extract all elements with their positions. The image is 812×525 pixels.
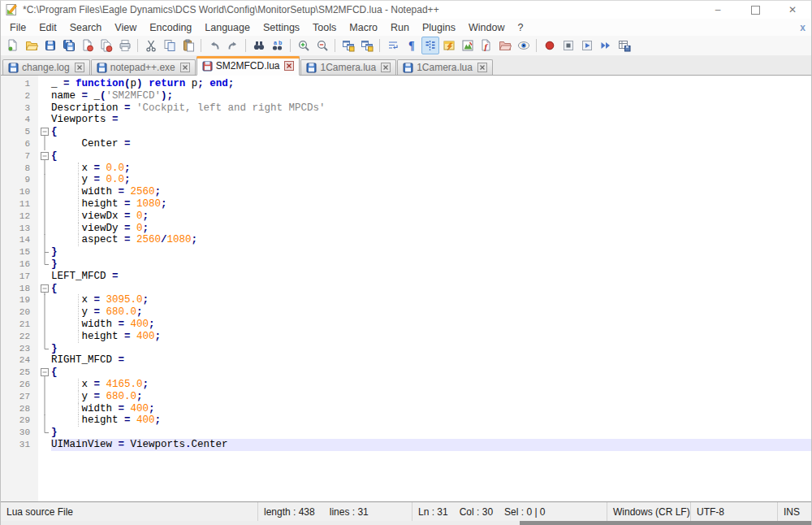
menu-view[interactable]: View <box>108 20 143 35</box>
code-text[interactable]: Center = <box>51 138 811 150</box>
menu-file[interactable]: File <box>3 20 32 35</box>
menu-plugins[interactable]: Plugins <box>416 20 462 35</box>
fold-collapse-icon[interactable] <box>38 367 51 379</box>
code-text[interactable]: name = _('SM2MFCD'); <box>51 90 811 102</box>
menu-settings[interactable]: Settings <box>257 20 306 35</box>
document-monitoring-button[interactable] <box>515 37 533 54</box>
code-text[interactable]: } <box>51 427 811 439</box>
close-button[interactable]: ✕ <box>774 1 811 19</box>
cut-button[interactable] <box>142 37 160 54</box>
code-text[interactable]: width = 400; <box>51 319 811 331</box>
word-wrap-button[interactable] <box>384 37 402 54</box>
copy-button[interactable] <box>161 37 179 54</box>
code-text[interactable]: x = 0.0; <box>51 163 811 175</box>
replace-button[interactable]: ab <box>269 37 287 54</box>
redo-button[interactable] <box>224 37 242 54</box>
fold-collapse-icon[interactable] <box>38 126 51 138</box>
menu-close-icon[interactable]: x <box>800 22 811 33</box>
user-defined-dialog-button[interactable] <box>440 37 458 54</box>
code-text[interactable]: height = 1080; <box>51 198 811 210</box>
menu-run[interactable]: Run <box>384 20 416 35</box>
code-text[interactable]: Description = 'Cockpit, left and right M… <box>51 102 811 115</box>
code-text[interactable]: y = 680.0; <box>51 391 811 403</box>
macro-record-button[interactable] <box>541 37 559 54</box>
tab-close-icon[interactable] <box>180 63 190 72</box>
find-button[interactable] <box>250 37 268 54</box>
code-text[interactable]: RIGHT_MFCD = <box>51 354 811 367</box>
code-text[interactable]: _ = function(p) return p; end; <box>51 78 811 90</box>
tab-change-log[interactable]: change.log <box>2 59 90 75</box>
code-text[interactable]: width = 2560; <box>51 186 811 198</box>
close-all-button[interactable] <box>97 37 115 54</box>
code-text[interactable]: UIMainView = Viewports.Center <box>51 439 811 451</box>
print-button[interactable] <box>116 37 134 54</box>
sync-horizontal-scrolling-button[interactable] <box>358 37 376 54</box>
menu-[interactable]: ? <box>511 20 529 35</box>
line-number: 31 <box>1 439 38 451</box>
menu-edit[interactable]: Edit <box>32 20 63 35</box>
paste-button[interactable] <box>179 37 197 54</box>
maximize-button[interactable] <box>736 1 774 19</box>
new-file-button[interactable] <box>4 37 22 54</box>
code-text[interactable]: x = 3095.0; <box>51 294 811 306</box>
code-text[interactable]: Viewports = <box>51 114 811 126</box>
code-text[interactable]: y = 680.0; <box>51 306 811 319</box>
code-text[interactable]: LEFT_MFCD = <box>51 271 811 283</box>
zoom-out-button[interactable] <box>313 37 331 54</box>
undo-button[interactable] <box>205 37 223 54</box>
menu-search[interactable]: Search <box>63 20 109 35</box>
code-text[interactable]: { <box>51 126 811 138</box>
code-text[interactable]: } <box>51 258 811 271</box>
code-line-1: 1_ = function(p) return p; end; <box>1 78 811 90</box>
folder-as-workspace-button[interactable] <box>496 37 514 54</box>
save-button[interactable] <box>41 37 59 54</box>
code-text[interactable]: x = 4165.0; <box>51 379 811 391</box>
code-text[interactable]: { <box>51 150 811 163</box>
code-text[interactable]: } <box>51 343 811 355</box>
show-all-characters-button[interactable]: ¶ <box>403 37 421 54</box>
tab-close-icon[interactable] <box>284 61 294 71</box>
code-text[interactable]: height = 400; <box>51 414 811 427</box>
menu-macro[interactable]: Macro <box>343 20 384 35</box>
code-text[interactable]: { <box>51 367 811 379</box>
save-all-button[interactable] <box>60 37 78 54</box>
code-text[interactable]: height = 400; <box>51 331 811 343</box>
tab-close-icon[interactable] <box>381 63 391 72</box>
code-text[interactable]: aspect = 2560/1080; <box>51 234 811 246</box>
tab-close-icon[interactable] <box>477 63 487 72</box>
function-list-button[interactable]: f <box>477 37 495 54</box>
menu-window[interactable]: Window <box>462 20 511 35</box>
show-indent-guide-button[interactable] <box>421 37 439 54</box>
document-map-button[interactable] <box>459 37 477 54</box>
open-file-button[interactable] <box>23 37 41 54</box>
macro-stop-button[interactable] <box>559 37 577 54</box>
fold-margin <box>38 114 51 126</box>
code-text[interactable]: viewDy = 0; <box>51 223 811 235</box>
tab-1camera-lua[interactable]: 1Camera.lua <box>397 59 493 75</box>
tab-close-icon[interactable] <box>75 63 84 72</box>
minimize-button[interactable]: – <box>699 1 736 19</box>
fold-collapse-icon[interactable] <box>38 283 51 295</box>
code-text[interactable]: viewDx = 0; <box>51 210 811 223</box>
zoom-in-button[interactable] <box>295 37 313 54</box>
macro-run-multiple-button[interactable] <box>597 37 615 54</box>
code-editor[interactable]: 1_ = function(p) return p; end;2name = _… <box>1 76 811 501</box>
tab-notepad-exe[interactable]: notepad++.exe <box>91 59 196 75</box>
macro-play-button[interactable] <box>578 37 596 54</box>
sync-vertical-scrolling-button[interactable] <box>339 37 357 54</box>
code-text[interactable]: y = 0.0; <box>51 174 811 186</box>
code-text[interactable]: } <box>51 246 811 258</box>
macro-run-multiple-icon <box>599 39 612 52</box>
menu-encoding[interactable]: Encoding <box>143 20 198 35</box>
tab-sm2mfcd-lua[interactable]: SM2MFCD.lua <box>197 56 300 76</box>
tab-1camera-lua[interactable]: 1Camera.lua <box>300 59 396 75</box>
code-line-9: 9 y = 0.0; <box>1 174 811 186</box>
tab-label: notepad++.exe <box>110 62 175 73</box>
fold-collapse-icon[interactable] <box>38 150 51 163</box>
macro-save-button[interactable] <box>615 37 633 54</box>
close-button[interactable] <box>79 37 97 54</box>
menu-tools[interactable]: Tools <box>306 20 343 35</box>
code-text[interactable]: { <box>51 283 811 295</box>
code-text[interactable]: width = 400; <box>51 403 811 415</box>
menu-language[interactable]: Language <box>198 20 257 35</box>
